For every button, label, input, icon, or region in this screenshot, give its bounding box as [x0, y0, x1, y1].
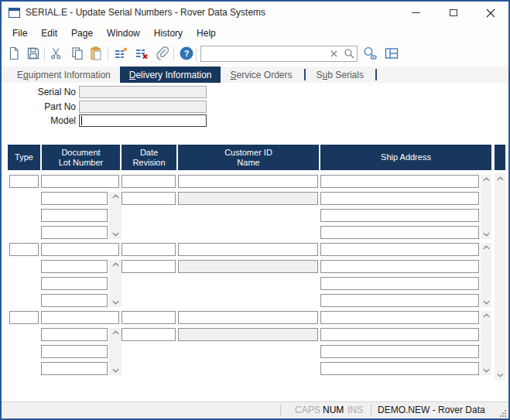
scroll-down-arrow[interactable] — [483, 368, 490, 373]
revision-input[interactable] — [122, 260, 176, 273]
menu-file[interactable]: File — [5, 26, 34, 41]
new-document-button[interactable] — [5, 44, 23, 63]
ship-address-scrollbar[interactable] — [481, 311, 491, 375]
ship-address-input[interactable] — [320, 294, 479, 307]
customer-id-input[interactable] — [178, 311, 318, 324]
delete-rows-button[interactable] — [132, 44, 151, 63]
type-input[interactable] — [9, 243, 39, 256]
lot-number-input[interactable] — [41, 192, 108, 205]
scroll-down-arrow[interactable] — [112, 232, 119, 237]
revision-input[interactable] — [122, 192, 176, 205]
delivery-record-group — [2, 309, 510, 377]
ship-address-input[interactable] — [320, 192, 479, 205]
tab-bar: Equipment Information Delivery Informati… — [8, 67, 378, 83]
search-input[interactable] — [201, 47, 326, 60]
layout-icon — [384, 46, 399, 61]
menu-history[interactable]: History — [147, 26, 190, 41]
advanced-search-button[interactable] — [361, 44, 379, 63]
ship-address-input[interactable] — [320, 328, 479, 341]
ship-address-input[interactable] — [320, 226, 479, 239]
lot-number-input[interactable] — [41, 328, 108, 341]
search-button[interactable] — [341, 46, 357, 61]
part-no-field — [79, 101, 207, 113]
customer-id-input[interactable] — [178, 175, 318, 188]
lot-number-scrollbar[interactable] — [109, 328, 122, 375]
ship-address-input[interactable] — [320, 260, 479, 273]
clear-search-button[interactable] — [326, 46, 341, 61]
maximize-button[interactable] — [441, 2, 466, 24]
ship-address-input[interactable] — [320, 175, 479, 188]
lot-number-input[interactable] — [41, 362, 108, 375]
scroll-down-arrow[interactable] — [112, 368, 119, 373]
ship-address-input[interactable] — [320, 345, 479, 358]
column-header-scrollbar-cap — [495, 145, 505, 170]
advanced-search-icon — [362, 46, 378, 62]
paste-clipboard-icon — [88, 46, 104, 61]
document-input[interactable] — [41, 243, 119, 256]
ship-address-scrollbar[interactable] — [481, 243, 491, 307]
lot-number-input[interactable] — [41, 277, 108, 290]
minimize-button[interactable] — [403, 2, 428, 24]
scroll-up-arrow[interactable] — [483, 245, 490, 250]
grid-vertical-scrollbar[interactable] — [495, 173, 505, 381]
save-button[interactable] — [24, 44, 43, 63]
insert-rows-button[interactable] — [111, 44, 130, 63]
paste-button[interactable] — [87, 44, 105, 63]
column-header-customer-name: Customer IDName — [178, 145, 319, 170]
date-input[interactable] — [122, 175, 176, 188]
scroll-down-arrow[interactable] — [483, 300, 490, 305]
scroll-up-arrow[interactable] — [483, 313, 490, 318]
customer-id-input[interactable] — [178, 243, 318, 256]
lot-number-input[interactable] — [41, 294, 108, 307]
scroll-up-arrow[interactable] — [112, 194, 119, 199]
lot-number-scrollbar[interactable] — [109, 192, 122, 239]
help-button[interactable]: ? — [177, 44, 196, 63]
cut-button[interactable] — [47, 44, 66, 63]
menu-edit[interactable]: Edit — [34, 26, 64, 41]
scroll-down-arrow[interactable] — [483, 232, 490, 237]
scroll-down-arrow[interactable] — [112, 300, 119, 305]
document-input[interactable] — [41, 175, 119, 188]
document-input[interactable] — [41, 311, 119, 324]
lot-number-input[interactable] — [41, 226, 108, 239]
copy-button[interactable] — [68, 44, 87, 63]
lot-number-input[interactable] — [41, 345, 108, 358]
ship-address-input[interactable] — [320, 277, 479, 290]
ship-address-input[interactable] — [320, 362, 479, 375]
menu-page[interactable]: Page — [64, 26, 100, 41]
scroll-up-arrow[interactable] — [483, 177, 490, 182]
help-icon: ? — [179, 46, 194, 61]
ship-address-input[interactable] — [320, 209, 479, 222]
ship-address-input[interactable] — [320, 243, 479, 256]
lot-number-scrollbar[interactable] — [109, 260, 122, 307]
tab-sub-serials[interactable]: Sub Serials — [307, 67, 373, 83]
scroll-up-arrow[interactable] — [112, 262, 119, 267]
tab-service-orders[interactable]: Service Orders — [221, 67, 301, 83]
date-input[interactable] — [122, 311, 176, 324]
ship-address-scrollbar[interactable] — [481, 175, 491, 239]
menu-window[interactable]: Window — [100, 26, 147, 41]
ship-address-input[interactable] — [320, 311, 479, 324]
column-header-type: Type — [8, 145, 40, 170]
scroll-up-arrow[interactable] — [112, 330, 119, 335]
window-title: SERIAL.E - Update Serial Numbers - Rover… — [26, 7, 265, 18]
close-button[interactable] — [478, 2, 503, 24]
layout-button[interactable] — [382, 44, 401, 63]
delete-rows-icon — [134, 46, 149, 61]
type-input[interactable] — [9, 175, 39, 188]
model-input[interactable] — [79, 114, 207, 127]
lot-number-input[interactable] — [41, 260, 108, 273]
attachment-button[interactable] — [153, 44, 172, 63]
lot-number-input[interactable] — [41, 209, 108, 222]
tab-equipment-information[interactable]: Equipment Information — [8, 67, 120, 83]
status-separator — [280, 405, 281, 416]
scroll-down-arrow[interactable] — [497, 373, 504, 377]
tab-delivery-information[interactable]: Delivery Information — [120, 67, 221, 83]
menu-help[interactable]: Help — [190, 26, 223, 41]
date-input[interactable] — [122, 243, 176, 256]
toolbar-separator — [108, 47, 108, 61]
scroll-up-arrow[interactable] — [497, 176, 504, 181]
revision-input[interactable] — [122, 328, 176, 341]
type-input[interactable] — [9, 311, 39, 324]
resize-grip[interactable] — [500, 410, 507, 417]
